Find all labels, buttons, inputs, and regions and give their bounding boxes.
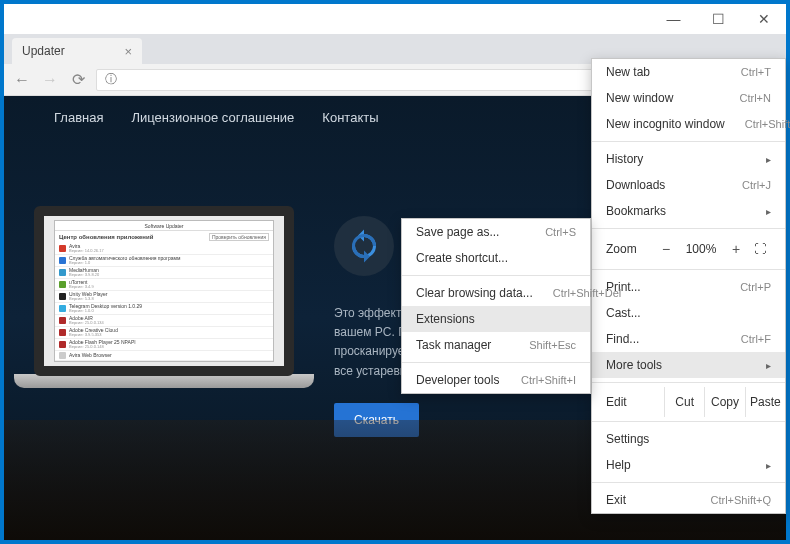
menu-new-window[interactable]: New windowCtrl+N	[592, 85, 785, 111]
menu-help[interactable]: Help▸	[592, 452, 785, 478]
menu-cast[interactable]: Cast...	[592, 300, 785, 326]
app-row: uTorrentВерсия: 3.4.9	[55, 279, 273, 291]
app-row-sub: Версия: 25.0.0.148	[69, 345, 269, 349]
zoom-value: 100%	[679, 242, 723, 256]
app-row-icon	[59, 281, 66, 288]
app-row-sub: Версия: 5.3.8	[69, 297, 269, 301]
tab-close-icon[interactable]: ×	[124, 44, 132, 59]
app-row-icon	[59, 329, 66, 336]
minimize-button[interactable]: —	[651, 4, 696, 34]
edit-cut[interactable]: Cut	[664, 387, 704, 417]
menu-bookmarks[interactable]: Bookmarks▸	[592, 198, 785, 224]
close-button[interactable]: ✕	[741, 4, 786, 34]
app-preview-titlebar: Software Updater	[55, 221, 273, 231]
app-row: Служба автоматического обновления програ…	[55, 255, 273, 267]
edit-copy[interactable]: Copy	[704, 387, 744, 417]
app-row-icon	[59, 245, 66, 252]
app-row-name: Avira Web Browser	[69, 353, 269, 358]
maximize-button[interactable]: ☐	[696, 4, 741, 34]
titlebar: — ☐ ✕	[4, 4, 786, 34]
menu-separator	[402, 275, 590, 276]
site-info-icon[interactable]: ⓘ	[105, 71, 117, 88]
app-row-icon	[59, 269, 66, 276]
app-row-sub: Версия: 1.0	[69, 261, 269, 265]
edit-label: Edit	[606, 395, 664, 409]
more-tools-submenu: Save page as...Ctrl+S Create shortcut...…	[401, 218, 591, 394]
zoom-label: Zoom	[606, 242, 653, 256]
app-row: Adobe AIRВерсия: 25.0.0.134	[55, 315, 273, 327]
submenu-clear-data[interactable]: Clear browsing data...Ctrl+Shift+Del	[402, 280, 590, 306]
menu-separator	[592, 228, 785, 229]
menu-exit[interactable]: ExitCtrl+Shift+Q	[592, 487, 785, 513]
app-row-icon	[59, 257, 66, 264]
submenu-create-shortcut[interactable]: Create shortcut...	[402, 245, 590, 271]
menu-separator	[592, 269, 785, 270]
zoom-in-button[interactable]: +	[723, 241, 749, 257]
menu-zoom: Zoom − 100% + ⛶	[592, 233, 785, 265]
app-row: Telegram Desktop version 1.0.29Версия: 1…	[55, 303, 273, 315]
submenu-task-manager[interactable]: Task managerShift+Esc	[402, 332, 590, 358]
app-row: Avira Web Browser	[55, 351, 273, 361]
app-row-sub: Версия: 14.0.26.17	[69, 249, 269, 253]
app-row-icon	[59, 293, 66, 300]
menu-incognito[interactable]: New incognito windowCtrl+Shift+N	[592, 111, 785, 137]
menu-more-tools[interactable]: More tools▸	[592, 352, 785, 378]
app-preview-window: Software Updater Центр обновления прилож…	[54, 220, 274, 362]
menu-edit-row: Edit Cut Copy Paste	[592, 387, 785, 417]
app-preview-header: Центр обновления приложений Проверить об…	[55, 231, 273, 243]
laptop-screen: Software Updater Центр обновления прилож…	[34, 206, 294, 376]
nav-contacts[interactable]: Контакты	[322, 110, 378, 125]
app-row: MediaHumanВерсия: 3.9.8.20	[55, 267, 273, 279]
app-preview-action: Проверить обновления	[209, 233, 269, 241]
nav-home[interactable]: Главная	[54, 110, 103, 125]
back-icon[interactable]: ←	[12, 71, 32, 89]
nav-license[interactable]: Лицензионное соглашение	[131, 110, 294, 125]
app-row: Unity Web PlayerВерсия: 5.3.8	[55, 291, 273, 303]
chrome-main-menu: New tabCtrl+T New windowCtrl+N New incog…	[591, 58, 786, 514]
laptop-base	[14, 374, 314, 388]
app-row-sub: Версия: 25.0.0.134	[69, 321, 269, 325]
hero-laptop: Software Updater Центр обновления прилож…	[34, 206, 324, 406]
submenu-save-page[interactable]: Save page as...Ctrl+S	[402, 219, 590, 245]
submenu-devtools[interactable]: Developer toolsCtrl+Shift+I	[402, 367, 590, 393]
reload-icon[interactable]: ⟳	[68, 70, 88, 89]
menu-downloads[interactable]: DownloadsCtrl+J	[592, 172, 785, 198]
menu-separator	[592, 141, 785, 142]
app-row-icon	[59, 305, 66, 312]
tab-title: Updater	[22, 44, 65, 58]
app-preview-header-text: Центр обновления приложений	[59, 234, 153, 240]
app-row: Adobe Flash Player 25 NPAPIВерсия: 25.0.…	[55, 339, 273, 351]
menu-history[interactable]: History▸	[592, 146, 785, 172]
zoom-out-button[interactable]: −	[653, 241, 679, 257]
menu-separator	[402, 362, 590, 363]
app-row: Adobe Creative CloudВерсия: 3.9.5.353	[55, 327, 273, 339]
menu-separator	[592, 482, 785, 483]
menu-separator	[592, 421, 785, 422]
app-row: AviraВерсия: 14.0.26.17	[55, 243, 273, 255]
refresh-circle-icon	[334, 216, 394, 276]
menu-new-tab[interactable]: New tabCtrl+T	[592, 59, 785, 85]
submenu-extensions[interactable]: Extensions	[402, 306, 590, 332]
menu-find[interactable]: Find...Ctrl+F	[592, 326, 785, 352]
app-row-sub: Версия: 1.0.0	[69, 309, 269, 313]
tab-updater[interactable]: Updater ×	[12, 38, 142, 64]
app-row-sub: Версия: 3.9.8.20	[69, 273, 269, 277]
menu-settings[interactable]: Settings	[592, 426, 785, 452]
forward-icon: →	[40, 71, 60, 89]
app-row-sub: Версия: 3.4.9	[69, 285, 269, 289]
app-row-icon	[59, 352, 66, 359]
app-row-sub: Версия: 3.9.5.353	[69, 333, 269, 337]
edit-paste[interactable]: Paste	[745, 387, 785, 417]
menu-separator	[592, 382, 785, 383]
app-row-icon	[59, 317, 66, 324]
fullscreen-icon[interactable]: ⛶	[749, 242, 771, 256]
app-row-icon	[59, 341, 66, 348]
